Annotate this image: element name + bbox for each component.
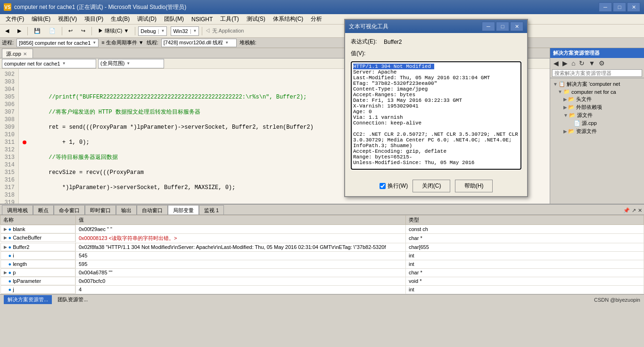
dialog-wrap-checkbox[interactable]: 换行(W) xyxy=(380,182,408,190)
dialog-minimize-btn[interactable]: ─ xyxy=(482,22,495,31)
dialog-help-button[interactable]: 帮助(H) xyxy=(455,180,493,192)
dialog-close-btn[interactable]: ✕ xyxy=(510,22,523,31)
dialog-title-bar: 文本可视化工具 ─ □ ✕ xyxy=(345,20,527,33)
dialog-maximize-btn[interactable]: □ xyxy=(496,22,509,31)
wrap-checkbox-input[interactable] xyxy=(380,183,386,189)
dialog-footer: 换行(W) 关闭(C) 帮助(H) xyxy=(345,176,527,196)
dialog-overlay: 文本可视化工具 ─ □ ✕ 表达式(E): Buffer2 值(V): 换行(W… xyxy=(0,0,644,347)
dialog-value-label-row: 值(V): xyxy=(351,50,521,58)
dialog-title-text: 文本可视化工具 xyxy=(349,23,388,31)
text-visualizer-dialog: 文本可视化工具 ─ □ ✕ 表达式(E): Buffer2 值(V): 换行(W… xyxy=(344,19,528,197)
dialog-expression-value: Buffer2 xyxy=(384,39,402,45)
dialog-value-label: 值(V): xyxy=(351,50,384,58)
dialog-text-area[interactable] xyxy=(351,61,521,170)
dialog-expression-row: 表达式(E): Buffer2 xyxy=(351,38,521,46)
wrap-label: 换行(W) xyxy=(388,182,408,190)
dialog-close-button[interactable]: 关闭(C) xyxy=(413,180,450,192)
dialog-expression-label: 表达式(E): xyxy=(351,38,384,46)
